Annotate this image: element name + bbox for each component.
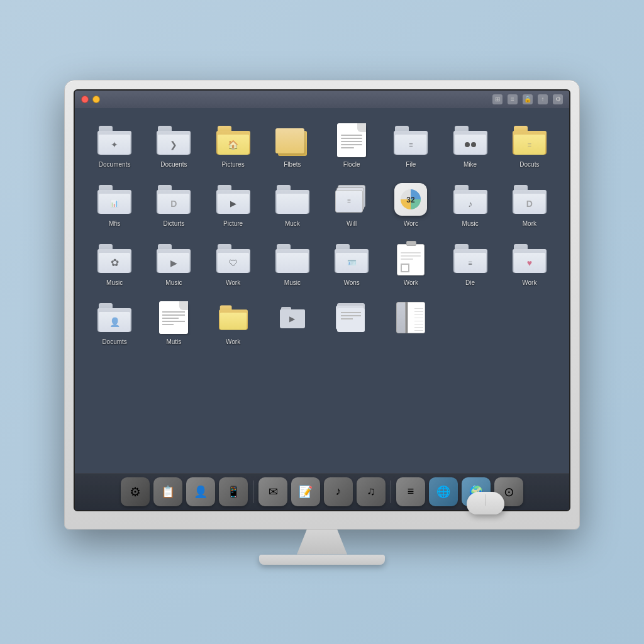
dock-separator <box>253 480 253 503</box>
files-dock-icon: 📋 <box>161 485 175 499</box>
dock-item-files[interactable]: 📋 <box>153 477 182 506</box>
list-item[interactable] <box>323 296 380 350</box>
icon-label: Documents <box>99 161 131 169</box>
dock-item-mail[interactable]: ✉ <box>258 477 287 506</box>
music-dock-icon: ♪ <box>336 485 341 498</box>
list-item[interactable]: Mutis <box>145 296 202 350</box>
folder-icon: ♪ <box>452 181 489 218</box>
list-item[interactable]: Flocle <box>323 118 380 172</box>
folder-icon: ❯ <box>155 122 192 158</box>
list-item[interactable]: ▶ <box>264 296 321 350</box>
icon-label: Work <box>226 279 240 287</box>
list-item[interactable]: ≡ Will <box>323 177 380 231</box>
folder-icon <box>215 299 252 336</box>
list-item[interactable]: D Mork <box>501 177 558 231</box>
notes-dock-icon: 📝 <box>299 485 313 499</box>
list-item[interactable]: 🪪 Wons <box>323 236 380 291</box>
list-item[interactable]: 📊 Mfis <box>86 177 143 231</box>
titlebar: ⊞ ≡ 🔒 ↑ ⚙ <box>75 91 569 108</box>
folder-icon: 🛡 <box>215 240 252 277</box>
clipboard-icon <box>392 240 429 277</box>
book-icon <box>392 299 429 336</box>
list-item[interactable]: Mike <box>442 118 499 172</box>
list-item[interactable]: 👤 Documts <box>86 296 143 350</box>
list-item[interactable]: ▶ Music <box>145 236 202 291</box>
list-item[interactable]: ≡ Docuts <box>501 118 558 172</box>
music2-dock-icon: ♫ <box>367 485 375 498</box>
list-item[interactable]: ❯ Docuents <box>145 118 202 172</box>
list-item[interactable]: D Dicturts <box>145 177 202 231</box>
monitor-stand-base <box>259 555 385 565</box>
list-item[interactable]: ≡ File <box>382 118 439 172</box>
list-item[interactable]: ✿ Music <box>86 236 143 291</box>
list-item[interactable]: ✦ Documents <box>86 118 143 172</box>
dock-item-music[interactable]: ♪ <box>324 477 353 506</box>
folder-icon: ♥ <box>511 240 548 277</box>
camera-dock-icon: ⊙ <box>504 484 514 499</box>
list-item[interactable]: Flbets <box>264 118 321 172</box>
icon-label: Documts <box>102 338 126 346</box>
settings-icon[interactable]: ⚙ <box>553 94 563 104</box>
dock-item-music2[interactable]: ♫ <box>357 477 386 506</box>
icon-label: Music <box>284 279 301 287</box>
icon-label: Pictures <box>222 161 245 169</box>
folder-icon: D <box>155 181 192 218</box>
dock-separator2 <box>391 480 391 503</box>
settings-dock-icon: ⚙ <box>130 484 141 499</box>
icon-label: Docuts <box>519 161 539 169</box>
doc-icon <box>333 122 370 158</box>
list-item[interactable]: ≡ Die <box>442 236 499 291</box>
icon-label: Picture <box>223 220 243 228</box>
list-item[interactable]: Work <box>205 296 262 350</box>
icon-label: Muck <box>285 220 300 228</box>
titlebar-right: ⊞ ≡ 🔒 ↑ ⚙ <box>492 94 563 104</box>
grid-icon[interactable]: ⊞ <box>492 94 502 104</box>
list-item[interactable]: Work <box>382 236 439 291</box>
folder-icon: ✿ <box>96 240 133 277</box>
folder-icon: 👤 <box>96 299 133 336</box>
dock-item-phone[interactable]: 📱 <box>219 477 248 506</box>
list-item[interactable]: Music <box>264 236 321 291</box>
folder-icon <box>274 240 311 277</box>
list-item[interactable]: Muck <box>264 177 321 231</box>
icon-label: Mutis <box>166 338 181 346</box>
folder-icon: ≡ <box>511 122 548 158</box>
list-item[interactable]: 32 Worc <box>382 177 439 231</box>
icon-label: Music <box>106 279 123 287</box>
icon-label: Music <box>462 220 479 228</box>
icon-label: Wons <box>343 279 359 287</box>
dock-item-web[interactable]: 🌐 <box>429 477 458 506</box>
close-button[interactable] <box>81 96 89 103</box>
pie-icon: 32 <box>392 181 429 218</box>
icon-label: Die <box>465 279 475 287</box>
lock-icon[interactable]: 🔒 <box>523 94 533 104</box>
phone-dock-icon: 📱 <box>226 485 240 499</box>
icon-label: Work <box>226 338 240 346</box>
dock-item-settings[interactable]: ⚙ <box>121 477 150 506</box>
list-item[interactable]: 🛡 Work <box>205 236 262 291</box>
dock-item-contacts[interactable]: 👤 <box>186 477 215 506</box>
monitor-wrapper: ⊞ ≡ 🔒 ↑ ⚙ <box>64 80 580 565</box>
list-item[interactable] <box>382 296 439 350</box>
list-icon[interactable]: ≡ <box>508 94 518 104</box>
icon-label: Dicturts <box>163 220 184 228</box>
icon-label: Mike <box>464 161 477 169</box>
list-item[interactable]: ♥ Work <box>501 236 558 291</box>
monitor: ⊞ ≡ 🔒 ↑ ⚙ <box>64 80 580 530</box>
folder-icon: 🪪 <box>333 240 370 277</box>
list-item[interactable]: 🏠 Pictures <box>205 118 262 172</box>
icon-label: Music <box>165 279 182 287</box>
share-icon[interactable]: ↑ <box>538 94 548 104</box>
minimize-button[interactable] <box>92 96 100 103</box>
dock-item-notes[interactable]: 📝 <box>291 477 320 506</box>
dock-item-text[interactable]: ≡ <box>396 477 425 506</box>
stack2-icon <box>333 299 370 336</box>
icon-label: Flbets <box>284 161 301 169</box>
small-folder-icon: ▶ <box>274 299 311 336</box>
list-item[interactable]: ♪ Music <box>442 177 499 231</box>
icon-label: Work <box>404 279 418 287</box>
stack-icon: ≡ <box>333 181 370 218</box>
web-dock-icon: 🌐 <box>436 485 450 499</box>
list-item[interactable]: ▶ Picture <box>205 177 262 231</box>
monitor-stand-neck <box>297 530 347 555</box>
